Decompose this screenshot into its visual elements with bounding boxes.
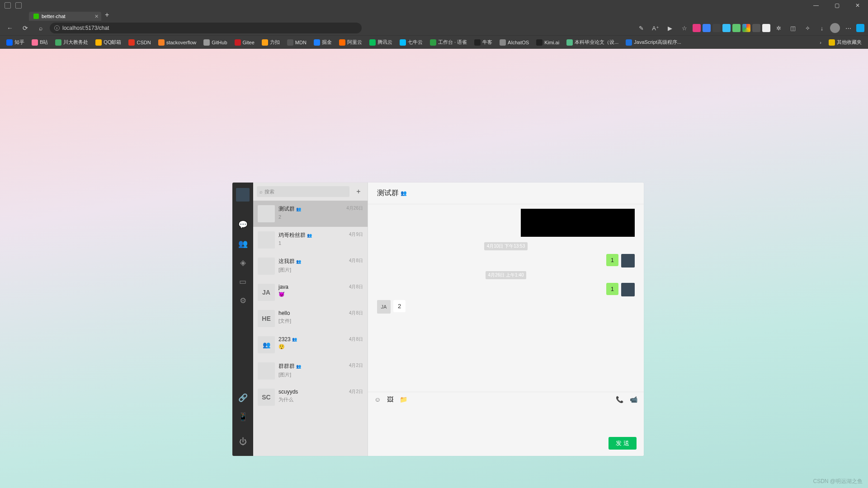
bookmark-label: QQ邮箱: [104, 39, 121, 46]
folder-icon[interactable]: 📁: [400, 396, 407, 403]
chat-nav-icon[interactable]: 💬: [235, 217, 250, 232]
bookmark-item[interactable]: 知乎: [4, 38, 27, 47]
other-bookmarks-folder[interactable]: 其他收藏夹: [826, 38, 864, 47]
extensions-menu-icon[interactable]: ✲: [772, 22, 785, 34]
link-nav-icon[interactable]: 🔗: [235, 390, 250, 405]
power-nav-icon[interactable]: ⏻: [235, 434, 250, 450]
copilot-icon[interactable]: [856, 24, 864, 32]
bookmark-item[interactable]: 腾讯云: [367, 38, 395, 47]
bookmark-item[interactable]: 川大教务处: [52, 38, 91, 47]
message-input[interactable]: 发 送: [368, 406, 644, 456]
box-nav-icon[interactable]: ◈: [235, 255, 250, 270]
minimize-button[interactable]: —: [806, 0, 826, 11]
screen-nav-icon[interactable]: ▭: [235, 274, 250, 289]
voice-call-icon[interactable]: 📞: [616, 396, 623, 403]
bookmark-item[interactable]: 七牛云: [397, 38, 425, 47]
bookmark-item[interactable]: stackoverflow: [156, 38, 199, 47]
conversation-item[interactable]: 测试群 👥24月26日: [253, 201, 368, 227]
collections-icon[interactable]: ✧: [801, 22, 814, 34]
my-message-bubble[interactable]: 1: [606, 283, 618, 295]
titlebar: — ▢ ✕: [0, 0, 868, 11]
bookmark-item[interactable]: GitHub: [201, 38, 230, 47]
new-tab-button[interactable]: +: [105, 11, 109, 21]
add-button[interactable]: +: [353, 186, 364, 197]
group-icon: 👥: [401, 190, 407, 196]
my-avatar-small[interactable]: [621, 254, 635, 267]
timestamp: 4月26日 上午1:40: [486, 271, 527, 279]
extension-icon[interactable]: [752, 24, 760, 32]
favorite-icon[interactable]: ☆: [678, 22, 691, 34]
nav-rail: 💬 👥 ◈ ▭ ⚙ 🔗 📱 ⏻: [232, 183, 253, 456]
bookmarks-overflow-button[interactable]: ›: [817, 40, 824, 45]
bookmark-item[interactable]: 阿里云: [336, 38, 365, 47]
send-button[interactable]: 发 送: [609, 437, 637, 450]
bookmark-item[interactable]: Kimi.ai: [533, 38, 562, 47]
bookmark-label: B站: [40, 39, 48, 46]
read-aloud-icon[interactable]: A⁺: [649, 22, 662, 34]
extension-icon[interactable]: [693, 24, 701, 32]
bookmark-item[interactable]: 本科毕业论文（设...: [564, 38, 621, 47]
bookmark-item[interactable]: JavaScript高级程序...: [623, 38, 684, 47]
bookmark-item[interactable]: MDN: [284, 38, 309, 47]
close-window-button[interactable]: ✕: [847, 0, 868, 11]
bookmark-item[interactable]: B站: [29, 38, 51, 47]
video-pip-icon[interactable]: ▶: [664, 22, 676, 34]
more-menu-icon[interactable]: ⋯: [842, 22, 854, 34]
conversation-item[interactable]: SCscuyyds为什么4月2日: [253, 384, 368, 410]
contacts-nav-icon[interactable]: 👥: [235, 236, 250, 251]
address-bar[interactable]: i localhost:5173/chat: [50, 23, 362, 33]
group-icon: 👥: [307, 233, 312, 238]
bookmark-item[interactable]: CSDN: [126, 38, 153, 47]
conversation-item[interactable]: 这我群 👥[图片]4月8日: [253, 253, 368, 279]
extension-icon[interactable]: [762, 24, 770, 32]
edit-icon[interactable]: ✎: [635, 22, 647, 34]
bookmark-item[interactable]: QQ邮箱: [93, 38, 124, 47]
my-avatar[interactable]: [236, 188, 250, 202]
extension-icon[interactable]: [732, 24, 741, 32]
bookmark-item[interactable]: Gitee: [232, 38, 257, 47]
split-screen-icon[interactable]: ◫: [787, 22, 799, 34]
tab-title: better-chat: [42, 14, 66, 19]
mobile-nav-icon[interactable]: 📱: [235, 409, 250, 424]
my-avatar-small[interactable]: [621, 283, 635, 296]
bookmark-label: 阿里云: [347, 39, 362, 46]
image-icon[interactable]: 🖼: [387, 396, 393, 403]
bookmark-item[interactable]: 工作台 · 语雀: [427, 38, 470, 47]
bookmark-item[interactable]: 牛客: [472, 38, 495, 47]
search-input[interactable]: ⌕ 搜索: [257, 186, 349, 197]
other-message-bubble[interactable]: 2: [393, 300, 406, 312]
downloads-icon[interactable]: ↓: [816, 22, 828, 34]
video-message[interactable]: [521, 209, 635, 237]
back-button[interactable]: ←: [4, 22, 16, 34]
close-tab-button[interactable]: ✕: [94, 14, 99, 19]
profile-avatar[interactable]: [830, 23, 840, 33]
conversation-item[interactable]: 群群群 👥[图片]4月2日: [253, 358, 368, 384]
conversation-item[interactable]: JAjava😈4月8日: [253, 279, 368, 305]
emoji-icon[interactable]: ☺: [374, 396, 381, 403]
conversation-item[interactable]: HEhello[文件]4月8日: [253, 305, 368, 332]
search-button[interactable]: ⌕: [34, 22, 47, 34]
bookmark-label: 本科毕业论文（设...: [575, 39, 618, 46]
extension-icon[interactable]: [712, 24, 721, 32]
extension-icon[interactable]: [742, 24, 750, 32]
extension-icon[interactable]: [722, 24, 731, 32]
conversation-item[interactable]: 👥2323 👥😲4月8日: [253, 332, 368, 358]
bookmark-item[interactable]: AIchatOS: [497, 38, 532, 47]
my-message-bubble[interactable]: 1: [606, 254, 618, 266]
browser-tab[interactable]: better-chat ✕: [29, 12, 101, 21]
tabs-icon[interactable]: [15, 2, 22, 9]
settings-nav-icon[interactable]: ⚙: [235, 293, 250, 308]
video-call-icon[interactable]: 📹: [630, 396, 637, 403]
conversation-date: 4月26日: [346, 205, 363, 222]
bookmark-item[interactable]: 掘金: [311, 38, 335, 47]
conversation-item[interactable]: 鸡哥粉丝群 👥14月9日: [253, 227, 368, 253]
bookmark-favicon-icon: [6, 39, 13, 46]
refresh-button[interactable]: ⟳: [19, 22, 32, 34]
bookmark-item[interactable]: 力扣: [259, 38, 283, 47]
sender-avatar[interactable]: JA: [377, 300, 391, 314]
maximize-button[interactable]: ▢: [826, 0, 847, 11]
site-info-icon[interactable]: i: [54, 25, 60, 31]
messages-area[interactable]: 4月10日 下午13:53 1 4月26日 上午1:40 1 JA 2: [368, 204, 644, 392]
workspace-icon[interactable]: [5, 2, 11, 9]
extension-icon[interactable]: [703, 24, 711, 32]
